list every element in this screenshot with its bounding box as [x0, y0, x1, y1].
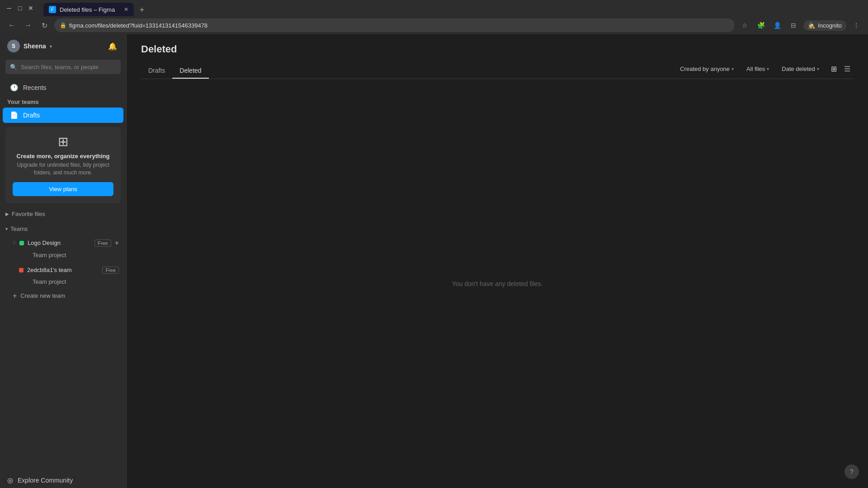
- list-view-button[interactable]: ☰: [841, 62, 854, 75]
- upgrade-icon: ⊞: [13, 134, 113, 149]
- team-color-dot: [19, 268, 24, 272]
- window-controls: ─ □ ✕: [5, 5, 34, 12]
- search-bar[interactable]: 🔍 Search files, teams, or people: [5, 60, 121, 74]
- date-deleted-label: Date deleted: [782, 66, 815, 72]
- favorite-files-label: Favorite files: [12, 211, 45, 217]
- avatar: S: [7, 40, 20, 52]
- tab-title: Deleted files – Figma: [60, 6, 115, 13]
- date-deleted-chevron-icon: ▾: [817, 66, 819, 71]
- favorite-files-chevron-icon: ▶: [5, 211, 9, 216]
- forward-button[interactable]: →: [22, 19, 34, 32]
- sidebar: S Sheena ▾ 🔔 🔍 Search files, teams, or p…: [0, 34, 127, 488]
- menu-button[interactable]: ⋮: [850, 19, 863, 32]
- notifications-button[interactable]: 🔔: [106, 40, 119, 52]
- sidebar-item-recents[interactable]: 🕐 Recents: [3, 80, 123, 95]
- help-button[interactable]: ?: [844, 465, 859, 479]
- tabs-row: Drafts Deleted Created by anyone ▾ All f…: [141, 62, 854, 79]
- teams-section: ▾ Teams ⠿ Logo Design Free + Team projec…: [0, 221, 126, 305]
- team-name: Logo Design: [28, 239, 91, 246]
- team-project-item[interactable]: Team project: [13, 250, 119, 260]
- drag-icon: ⠿: [13, 240, 16, 245]
- username: Sheena: [24, 42, 46, 50]
- tabs-right: Created by anyone ▾ All files ▾ Date del…: [675, 62, 854, 79]
- sidebar-button[interactable]: ⊟: [787, 19, 800, 32]
- address-bar: ← → ↻ 🔒 figma.com/files/deleted?fuid=133…: [0, 16, 868, 34]
- close-button[interactable]: ✕: [27, 5, 34, 12]
- search-input: Search files, teams, or people: [21, 64, 99, 70]
- tab-deleted[interactable]: Deleted: [172, 63, 208, 79]
- tab-drafts[interactable]: Drafts: [141, 63, 172, 79]
- created-by-chevron-icon: ▾: [731, 66, 734, 71]
- team-2edcb8a1: 2edcb8a1's team Free Team project: [0, 263, 126, 289]
- back-button[interactable]: ←: [5, 19, 18, 32]
- teams-chevron-icon: ▾: [5, 226, 8, 231]
- filter-all-files[interactable]: All files ▾: [742, 64, 774, 74]
- user-profile[interactable]: S Sheena ▾: [7, 40, 52, 52]
- browser-tab[interactable]: F Deleted files – Figma ✕: [43, 3, 134, 16]
- maximize-button[interactable]: □: [16, 5, 24, 12]
- teams-label: Teams: [10, 225, 28, 232]
- create-new-team-button[interactable]: + Create new team: [0, 289, 126, 303]
- upgrade-title: Create more, organize everything: [13, 153, 113, 160]
- sidebar-spacer: [0, 305, 126, 473]
- main-body: You don't have any deleted files.: [127, 79, 868, 488]
- upgrade-card: ⊞ Create more, organize everything Upgra…: [5, 127, 121, 203]
- bookmark-button[interactable]: ☆: [738, 19, 751, 32]
- browser-chrome: ─ □ ✕ F Deleted files – Figma ✕ + ← → ↻ …: [0, 0, 868, 34]
- app-layout: S Sheena ▾ 🔔 🔍 Search files, teams, or p…: [0, 34, 868, 488]
- teams-header[interactable]: ▾ Teams: [0, 223, 126, 235]
- tabs-left: Drafts Deleted: [141, 63, 209, 78]
- team-project-item[interactable]: Team project: [13, 277, 119, 287]
- favorite-files-section[interactable]: ▶ Favorite files: [0, 207, 126, 221]
- free-badge: Free: [94, 239, 111, 247]
- created-by-label: Created by anyone: [680, 66, 730, 72]
- view-mode-buttons: ⊞ ☰: [827, 62, 854, 75]
- minimize-button[interactable]: ─: [5, 5, 13, 12]
- title-bar: ─ □ ✕ F Deleted files – Figma ✕ +: [0, 0, 868, 16]
- team-logo-design: ⠿ Logo Design Free + Team project: [0, 235, 126, 263]
- lock-icon: 🔒: [60, 22, 66, 28]
- filter-created-by[interactable]: Created by anyone ▾: [675, 64, 738, 74]
- team-2edcb8a1-row[interactable]: 2edcb8a1's team Free: [9, 264, 123, 276]
- sidebar-item-drafts[interactable]: 📄 Drafts: [3, 108, 123, 123]
- all-files-label: All files: [746, 66, 765, 72]
- incognito-label: Incognito: [818, 22, 842, 29]
- main-header: Deleted Drafts Deleted Created by anyone…: [127, 34, 868, 79]
- explore-community-label: Explore Community: [18, 477, 73, 484]
- drafts-icon: 📄: [10, 111, 19, 119]
- tab-bar: F Deleted files – Figma ✕ +: [40, 0, 863, 16]
- empty-state-message: You don't have any deleted files.: [452, 280, 543, 287]
- team-add-button[interactable]: +: [115, 239, 119, 247]
- recents-label: Recents: [23, 84, 46, 91]
- upgrade-description: Upgrade for unlimited files, tidy projec…: [13, 161, 113, 177]
- team-color-dot: [19, 241, 24, 245]
- grid-view-button[interactable]: ⊞: [827, 62, 840, 75]
- team-name: 2edcb8a1's team: [27, 267, 99, 273]
- create-team-icon: +: [13, 292, 17, 300]
- url-input[interactable]: 🔒 figma.com/files/deleted?fuid=133141314…: [54, 19, 735, 32]
- your-teams-label: Your teams: [0, 96, 126, 107]
- new-tab-button[interactable]: +: [136, 4, 148, 16]
- tab-close-button[interactable]: ✕: [124, 6, 128, 13]
- search-icon: 🔍: [10, 64, 17, 70]
- url-text: figma.com/files/deleted?fuid=13314131415…: [69, 22, 208, 29]
- profile-button[interactable]: 👤: [771, 19, 783, 32]
- sidebar-header: S Sheena ▾ 🔔: [0, 34, 126, 58]
- drafts-label: Drafts: [23, 112, 40, 119]
- address-actions: ☆ 🧩 👤 ⊟ 🕵 Incognito ⋮: [738, 19, 863, 32]
- extensions-button[interactable]: 🧩: [755, 19, 767, 32]
- incognito-icon: 🕵: [808, 22, 815, 29]
- sidebar-item-explore-community[interactable]: ◎ Explore Community: [0, 473, 126, 488]
- team-logo-design-row[interactable]: ⠿ Logo Design Free +: [9, 237, 123, 249]
- community-icon: ◎: [7, 476, 13, 484]
- view-plans-button[interactable]: View plans: [13, 182, 113, 196]
- incognito-badge: 🕵 Incognito: [803, 20, 846, 31]
- refresh-button[interactable]: ↻: [38, 19, 51, 32]
- user-chevron-icon: ▾: [50, 44, 52, 49]
- create-team-label: Create new team: [20, 292, 65, 299]
- filter-date-deleted[interactable]: Date deleted ▾: [777, 64, 824, 74]
- main-content: Deleted Drafts Deleted Created by anyone…: [127, 34, 868, 488]
- recents-icon: 🕐: [10, 84, 19, 92]
- page-title: Deleted: [141, 43, 854, 55]
- tab-favicon: F: [49, 6, 56, 13]
